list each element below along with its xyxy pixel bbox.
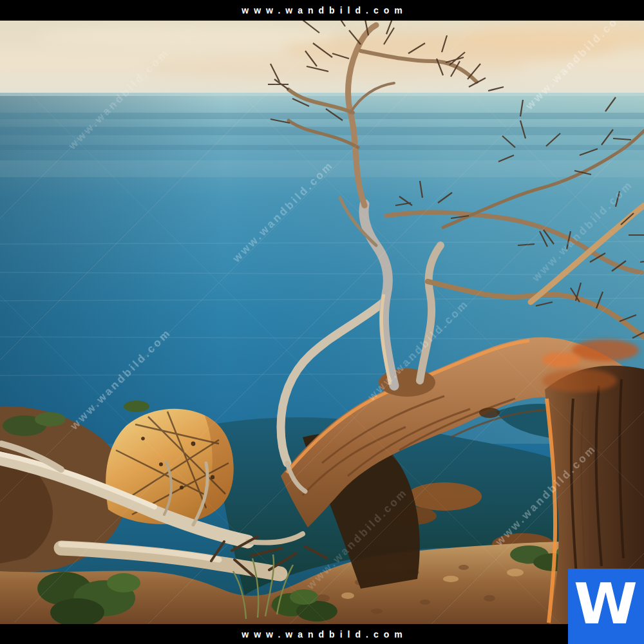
bottom-banner-url-text: www.wandbild.com	[242, 629, 407, 639]
top-banner: www.wandbild.com	[0, 0, 644, 21]
product-photo: www.wandbild.com www.wandbild.com www.wa…	[0, 21, 644, 624]
product-image-card: www.wandbild.com	[0, 0, 644, 644]
sky	[0, 21, 644, 95]
bottom-banner: www.wandbild.com	[0, 624, 644, 644]
landscape-photo-art	[0, 21, 644, 624]
brand-logo-letter: W	[574, 576, 638, 632]
top-banner-url-text: www.wandbild.com	[242, 5, 407, 15]
brand-logo: W	[568, 569, 644, 644]
